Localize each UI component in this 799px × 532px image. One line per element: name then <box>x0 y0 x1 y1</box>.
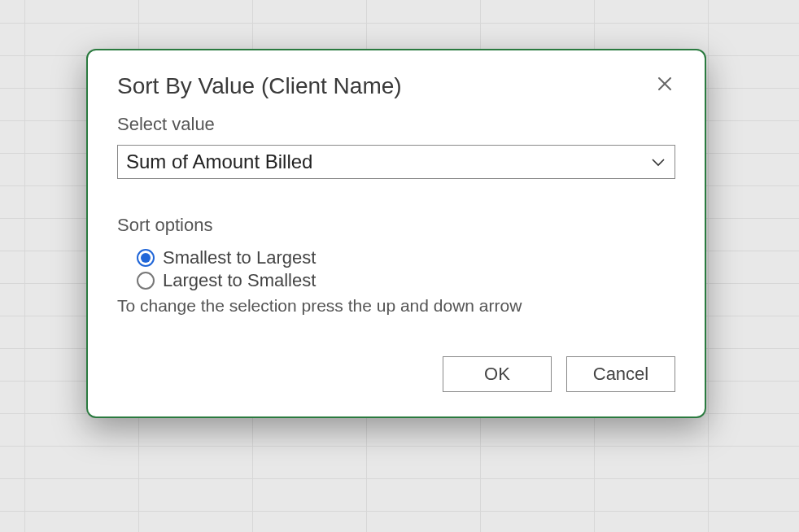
select-value-label: Select value <box>117 114 675 135</box>
cancel-button[interactable]: Cancel <box>566 356 675 392</box>
radio-smallest-to-largest[interactable]: Smallest to Largest <box>137 247 675 268</box>
close-icon <box>657 75 672 95</box>
sort-options-group: Smallest to Largest Largest to Smallest <box>117 247 675 291</box>
sort-options-hint: To change the selection press the up and… <box>117 296 675 316</box>
radio-label: Smallest to Largest <box>163 247 316 268</box>
radio-largest-to-smallest[interactable]: Largest to Smallest <box>137 270 675 291</box>
dialog-header: Sort By Value (Client Name) <box>117 73 675 99</box>
radio-icon <box>137 249 155 267</box>
sort-by-value-dialog: Sort By Value (Client Name) Select value… <box>86 49 706 418</box>
sort-options-label: Sort options <box>117 215 675 236</box>
select-value-display: Sum of Amount Billed <box>117 145 675 179</box>
select-value-dropdown[interactable]: Sum of Amount Billed <box>117 145 675 179</box>
dialog-button-row: OK Cancel <box>117 356 675 392</box>
close-button[interactable] <box>654 73 675 98</box>
ok-button[interactable]: OK <box>443 356 552 392</box>
radio-icon <box>137 272 155 290</box>
dialog-title: Sort By Value (Client Name) <box>117 73 402 99</box>
radio-label: Largest to Smallest <box>163 270 316 291</box>
